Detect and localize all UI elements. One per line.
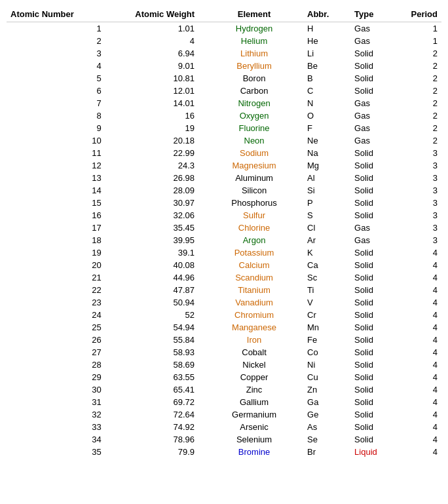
abbr-cell: Na bbox=[294, 147, 348, 159]
period-cell: 4 bbox=[394, 259, 441, 271]
atomic-number-cell: 25 bbox=[7, 321, 105, 334]
type-cell: Solid bbox=[348, 359, 394, 371]
atomic-weight-cell: 4 bbox=[105, 35, 198, 47]
element-name-cell: Carbon bbox=[198, 85, 294, 97]
type-cell: Solid bbox=[348, 172, 394, 184]
period-cell: 3 bbox=[394, 147, 441, 159]
abbr-cell: Mn bbox=[294, 321, 348, 334]
table-row: 1224.3MagnesiumMgSolid3 bbox=[7, 159, 441, 172]
period-cell: 3 bbox=[394, 222, 441, 234]
abbr-cell: Ne bbox=[294, 134, 348, 147]
abbr-cell: Ca bbox=[294, 259, 348, 271]
type-cell: Solid bbox=[348, 371, 394, 383]
table-row: 510.81BoronBSolid2 bbox=[7, 72, 441, 85]
table-row: 2655.84IronFeSolid4 bbox=[7, 334, 441, 346]
table-row: 1020.18NeonNeGas2 bbox=[7, 134, 441, 147]
abbr-cell: K bbox=[294, 246, 348, 259]
abbr-cell: Be bbox=[294, 60, 348, 72]
table-row: 3374.92ArsenicAsSolid4 bbox=[7, 421, 441, 433]
type-cell: Solid bbox=[348, 396, 394, 408]
atomic-number-cell: 33 bbox=[7, 421, 105, 433]
atomic-number-cell: 11 bbox=[7, 147, 105, 159]
atomic-number-cell: 16 bbox=[7, 209, 105, 222]
abbr-cell: V bbox=[294, 296, 348, 309]
atomic-number-cell: 15 bbox=[7, 197, 105, 209]
abbr-cell: Co bbox=[294, 346, 348, 359]
period-cell: 3 bbox=[394, 184, 441, 197]
atomic-weight-cell: 19 bbox=[105, 122, 198, 134]
atomic-number-cell: 6 bbox=[7, 85, 105, 97]
table-row: 1326.98AluminumAlSolid3 bbox=[7, 172, 441, 184]
atomic-weight-cell: 58.69 bbox=[105, 359, 198, 371]
abbr-cell: H bbox=[294, 22, 348, 35]
abbr-cell: Cr bbox=[294, 309, 348, 321]
element-name-cell: Calcium bbox=[198, 259, 294, 271]
atomic-number-cell: 21 bbox=[7, 271, 105, 284]
atomic-number-cell: 23 bbox=[7, 296, 105, 309]
type-cell: Gas bbox=[348, 97, 394, 109]
abbr-cell: Al bbox=[294, 172, 348, 184]
period-cell: 4 bbox=[394, 309, 441, 321]
table-row: 3272.64GermaniumGeSolid4 bbox=[7, 408, 441, 421]
element-name-cell: Oxygen bbox=[198, 109, 294, 122]
atomic-number-cell: 22 bbox=[7, 284, 105, 296]
abbr-cell: Mg bbox=[294, 159, 348, 172]
period-cell: 4 bbox=[394, 271, 441, 284]
period-cell: 4 bbox=[394, 433, 441, 446]
atomic-weight-cell: 40.08 bbox=[105, 259, 198, 271]
atomic-number-cell: 4 bbox=[7, 60, 105, 72]
type-cell: Solid bbox=[348, 421, 394, 433]
atomic-weight-cell: 72.64 bbox=[105, 408, 198, 421]
type-cell: Gas bbox=[348, 222, 394, 234]
period-cell: 2 bbox=[394, 97, 441, 109]
table-row: 2858.69NickelNiSolid4 bbox=[7, 359, 441, 371]
type-cell: Solid bbox=[348, 246, 394, 259]
atomic-weight-cell: 50.94 bbox=[105, 296, 198, 309]
period-cell: 4 bbox=[394, 346, 441, 359]
type-cell: Solid bbox=[348, 296, 394, 309]
table-row: 2758.93CobaltCoSolid4 bbox=[7, 346, 441, 359]
atomic-weight-cell: 58.93 bbox=[105, 346, 198, 359]
type-cell: Gas bbox=[348, 234, 394, 246]
period-cell: 2 bbox=[394, 72, 441, 85]
header-atomic-number: Atomic Number bbox=[7, 7, 105, 22]
atomic-weight-cell: 55.84 bbox=[105, 334, 198, 346]
table-row: 3169.72GalliumGaSolid4 bbox=[7, 396, 441, 408]
atomic-number-cell: 14 bbox=[7, 184, 105, 197]
atomic-number-cell: 17 bbox=[7, 222, 105, 234]
atomic-number-cell: 5 bbox=[7, 72, 105, 85]
abbr-cell: Zn bbox=[294, 383, 348, 396]
atomic-weight-cell: 24.3 bbox=[105, 159, 198, 172]
period-cell: 3 bbox=[394, 172, 441, 184]
element-name-cell: Nickel bbox=[198, 359, 294, 371]
table-row: 49.01BerylliumBeSolid2 bbox=[7, 60, 441, 72]
table-row: 1839.95ArgonArGas3 bbox=[7, 234, 441, 246]
table-row: 714.01NitrogenNGas2 bbox=[7, 97, 441, 109]
atomic-number-cell: 2 bbox=[7, 35, 105, 47]
type-cell: Gas bbox=[348, 109, 394, 122]
table-row: 1735.45ChlorineClGas3 bbox=[7, 222, 441, 234]
period-cell: 2 bbox=[394, 85, 441, 97]
abbr-cell: As bbox=[294, 421, 348, 433]
period-cell: 2 bbox=[394, 122, 441, 134]
type-cell: Solid bbox=[348, 197, 394, 209]
period-cell: 3 bbox=[394, 197, 441, 209]
type-cell: Solid bbox=[348, 346, 394, 359]
period-cell: 4 bbox=[394, 321, 441, 334]
type-cell: Solid bbox=[348, 321, 394, 334]
type-cell: Solid bbox=[348, 209, 394, 222]
type-cell: Solid bbox=[348, 259, 394, 271]
atomic-weight-cell: 22.99 bbox=[105, 147, 198, 159]
table-row: 1530.97PhosphorusPSolid3 bbox=[7, 197, 441, 209]
abbr-cell: Ge bbox=[294, 408, 348, 421]
element-name-cell: Sulfur bbox=[198, 209, 294, 222]
table-row: 11.01HydrogenHGas1 bbox=[7, 22, 441, 35]
element-name-cell: Hydrogen bbox=[198, 22, 294, 35]
table-row: 1428.09SiliconSiSolid3 bbox=[7, 184, 441, 197]
table-row: 24HeliumHeGas1 bbox=[7, 35, 441, 47]
abbr-cell: B bbox=[294, 72, 348, 85]
atomic-number-cell: 3 bbox=[7, 47, 105, 60]
table-row: 2144.96ScandiumScSolid4 bbox=[7, 271, 441, 284]
header-atomic-weight: Atomic Weight bbox=[105, 7, 198, 22]
atomic-number-cell: 27 bbox=[7, 346, 105, 359]
